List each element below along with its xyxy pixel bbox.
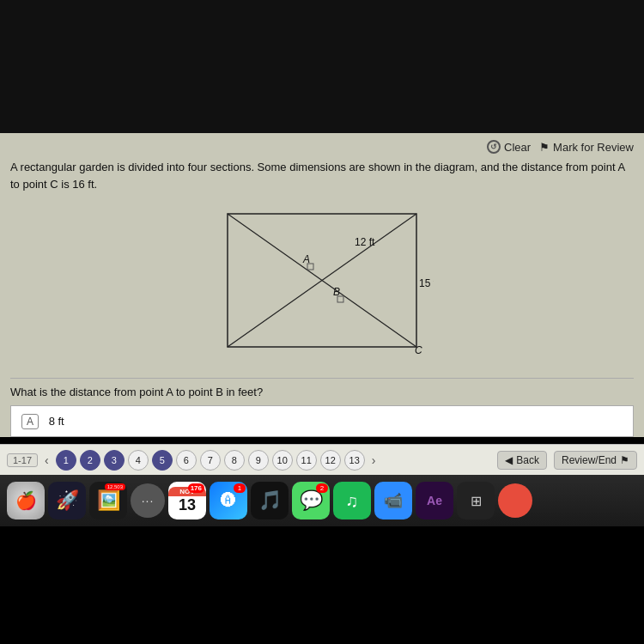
prev-arrow-button[interactable]: ‹ [41, 452, 52, 469]
calendar-badge: 176 [188, 483, 204, 493]
clear-label: Clear [504, 141, 531, 154]
grid-icon: ⊞ [471, 493, 482, 509]
svg-text:12 ft: 12 ft [355, 236, 375, 248]
top-black-bar [0, 0, 644, 133]
messages-dock-item[interactable]: 💬 2 [292, 482, 330, 519]
flag-nav-icon: ⚑ [620, 454, 629, 466]
sub-question-text: What is the distance from point A to poi… [10, 386, 263, 398]
diagram-container: A B C 12 ft 15 ft [10, 201, 634, 364]
dark-grid-dock-item[interactable]: ⊞ [457, 482, 495, 519]
nav-btn-12[interactable]: 12 [320, 450, 341, 471]
nav-btn-3[interactable]: 3 [104, 450, 125, 471]
nav-right: ◀ Back Review/End ⚑ [497, 451, 637, 470]
next-arrow-button[interactable]: › [368, 452, 380, 469]
photos-dock-item[interactable]: 🖼️ 12,503 [89, 482, 127, 519]
clear-button[interactable]: ↺ Clear [487, 140, 531, 154]
ae-icon: Ae [427, 494, 442, 507]
diagram-svg: A B C 12 ft 15 ft [210, 201, 434, 364]
nav-btn-1[interactable]: 1 [56, 450, 76, 471]
spotify-icon: ♫ [346, 491, 359, 511]
nav-btn-10[interactable]: 10 [272, 450, 293, 471]
music-dock-item[interactable]: 🎵 [251, 482, 289, 519]
calendar-dock-item[interactable]: NOV 13 176 [168, 482, 206, 519]
page-range: 1-17 [7, 453, 38, 467]
flag-icon: ⚑ [539, 141, 550, 154]
rocket-dock-item[interactable]: 🚀 [48, 482, 86, 519]
nav-btn-7[interactable]: 7 [200, 450, 221, 471]
red-circle-dock-item[interactable] [498, 483, 532, 518]
messages-badge: 2 [316, 483, 328, 493]
mark-for-review-button[interactable]: ⚑ Mark for Review [539, 141, 634, 154]
svg-text:15 ft: 15 ft [419, 277, 434, 289]
rocket-icon: 🚀 [56, 489, 79, 512]
nav-btn-13[interactable]: 13 [344, 450, 365, 471]
back-arrow-icon: ◀ [505, 454, 513, 466]
answer-section[interactable]: A 8 ft [10, 405, 634, 437]
spotify-dock-item[interactable]: ♫ [333, 482, 371, 519]
nav-btn-2[interactable]: 2 [80, 450, 100, 471]
nav-bar: 1-17 ‹ 1 2 3 4 5 6 7 8 9 10 11 12 13 › ◀… [0, 444, 644, 475]
zoom-dock-item[interactable]: 📹 [374, 482, 412, 519]
zoom-icon: 📹 [384, 491, 403, 510]
ae-dock-item[interactable]: Ae [416, 482, 453, 519]
question-text: A rectangular garden is divided into fou… [10, 159, 634, 192]
back-button[interactable]: ◀ Back [497, 451, 547, 470]
sub-question: What is the distance from point A to poi… [10, 378, 634, 398]
nav-btn-8[interactable]: 8 [224, 450, 245, 471]
appstore-dock-item[interactable]: 🅐 1 [210, 482, 247, 519]
nav-btn-9[interactable]: 9 [248, 450, 269, 471]
apple-icon: 🍎 [15, 490, 37, 511]
clear-icon: ↺ [487, 140, 501, 154]
nav-btn-4[interactable]: 4 [128, 450, 149, 471]
appstore-icon: 🅐 [221, 492, 236, 510]
answer-choice-badge: A [21, 414, 39, 429]
dots-dock-item[interactable]: ··· [131, 483, 165, 518]
nav-btn-11[interactable]: 11 [296, 450, 317, 471]
main-content: ↺ Clear ⚑ Mark for Review A rectangular … [0, 133, 644, 437]
back-label: Back [516, 454, 539, 466]
nav-btn-5[interactable]: 5 [152, 450, 173, 471]
svg-text:C: C [415, 344, 422, 356]
calendar-date: 13 [179, 496, 196, 515]
dots-icon: ··· [142, 494, 155, 507]
review-label: Review/End [562, 454, 617, 466]
photos-icon: 🖼️ [97, 489, 120, 512]
answer-label: A 8 ft [21, 415, 64, 428]
review-end-button[interactable]: Review/End ⚑ [554, 451, 637, 470]
apple-dock-item[interactable]: 🍎 [7, 482, 45, 519]
photos-badge: 12,503 [105, 483, 125, 490]
appstore-badge: 1 [234, 483, 246, 493]
answer-value: 8 ft [49, 415, 64, 428]
nav-btn-6[interactable]: 6 [176, 450, 197, 471]
dock-bar: 🍎 🚀 🖼️ 12,503 ··· NOV 13 176 🅐 1 🎵 💬 2 ♫… [0, 475, 644, 526]
toolbar: ↺ Clear ⚑ Mark for Review [10, 140, 634, 154]
music-icon: 🎵 [258, 489, 282, 512]
mark-review-label: Mark for Review [553, 141, 634, 154]
